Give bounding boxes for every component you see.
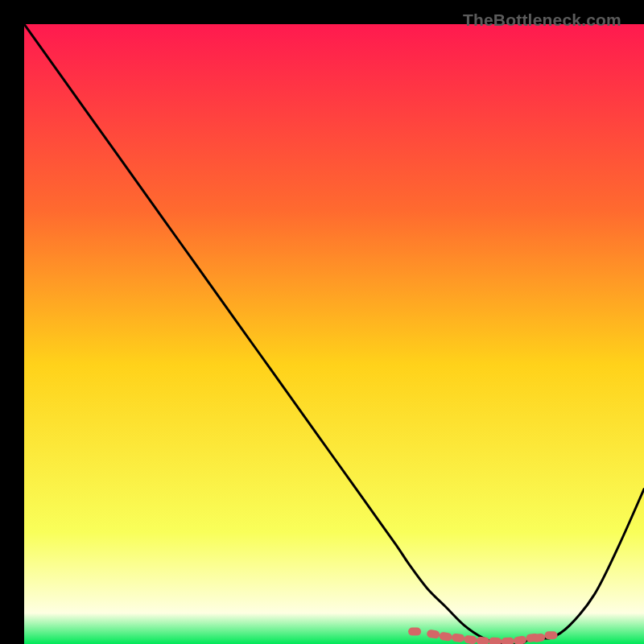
watermark-label: TheBottleneck.com <box>463 10 621 30</box>
chart-frame: TheBottleneck.com <box>12 12 632 632</box>
marker-dot <box>489 638 502 644</box>
marker-dot <box>545 631 558 639</box>
bottleneck-chart <box>24 24 644 644</box>
gradient-background <box>24 24 644 644</box>
marker-dot <box>408 628 421 636</box>
